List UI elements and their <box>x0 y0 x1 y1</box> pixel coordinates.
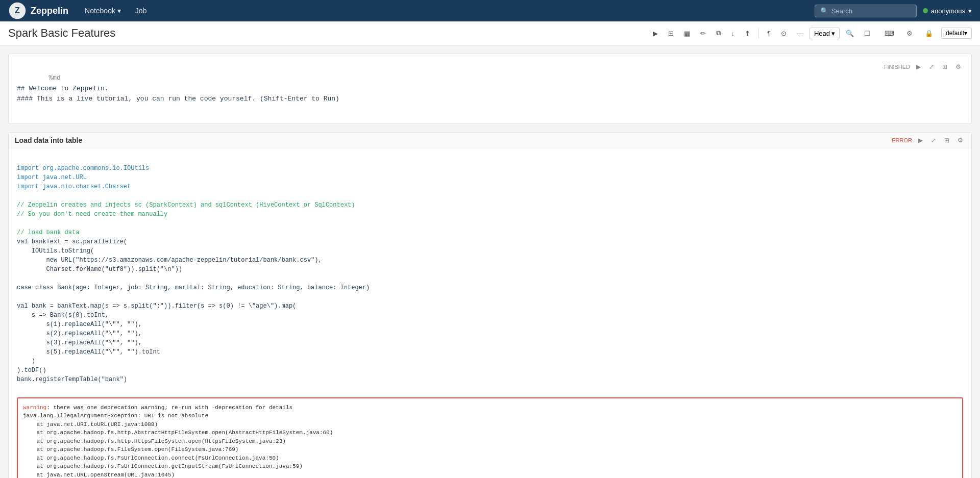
edit-button[interactable]: ✏ <box>696 28 710 39</box>
job-menu[interactable]: Job <box>129 4 153 18</box>
default-button[interactable]: default▾ <box>941 28 972 39</box>
main-content: %md ## Welcome to Zeppelin. #### This is… <box>0 45 980 478</box>
settings-button[interactable]: ⊙ <box>777 28 791 39</box>
download-button[interactable]: ↓ <box>727 28 739 39</box>
minus-button[interactable]: — <box>793 28 807 39</box>
intro-settings-btn[interactable]: ⚙ <box>953 62 963 71</box>
search-icon: 🔍 <box>820 7 828 15</box>
load-data-cell-title: Load data into table <box>15 136 82 144</box>
page-header-right: ⌨ ⚙ 🔒 default▾ <box>880 28 972 39</box>
intro-run-btn[interactable]: ▶ <box>914 62 923 71</box>
toolbar-separator <box>758 28 759 38</box>
search-box[interactable]: 🔍 <box>815 5 917 17</box>
notebook-toolbar: ▶ ⊞ ▦ ✏ ⧉ ↓ ⬆ ¶ ⊙ — Head ▾ 🔍 ☐ <box>649 27 874 39</box>
load-data-cell: Load data into table ERROR ▶ ⤢ ⊞ ⚙ impor… <box>8 132 972 478</box>
intro-split-btn[interactable]: ⊞ <box>940 62 949 71</box>
copy-button[interactable]: ⧉ <box>712 27 725 39</box>
table-button[interactable]: ▦ <box>680 28 694 39</box>
svg-text:Z: Z <box>15 6 20 15</box>
load-data-split-btn[interactable]: ⊞ <box>942 136 951 145</box>
intro-code: %md ## Welcome to Zeppelin. #### This is… <box>17 62 339 115</box>
brand-name: Zeppelin <box>31 6 68 16</box>
navbar-menu: Notebook ▾ Job <box>79 4 815 18</box>
load-data-run-btn[interactable]: ▶ <box>916 136 925 145</box>
intro-cell-status: FINISHED ▶ ⤢ ⊞ ⚙ <box>884 62 963 71</box>
brand[interactable]: Z Zeppelin <box>8 2 68 20</box>
export-button[interactable]: ⬆ <box>741 28 754 39</box>
username: anonymous <box>931 7 965 15</box>
paragraph-button[interactable]: ¶ <box>763 28 775 39</box>
head-button[interactable]: Head ▾ <box>810 28 840 39</box>
layout-button[interactable]: ⊞ <box>664 28 678 39</box>
intro-cell: %md ## Welcome to Zeppelin. #### This is… <box>8 54 972 124</box>
load-data-code: import org.apache.commons.io.IOUtils imp… <box>17 155 963 393</box>
notebook-menu[interactable]: Notebook ▾ <box>79 4 127 18</box>
load-data-expand-btn[interactable]: ⤢ <box>929 136 938 145</box>
load-data-cell-status: ERROR ▶ ⤢ ⊞ ⚙ <box>892 136 965 145</box>
load-data-cell-body: import org.apache.commons.io.IOUtils imp… <box>9 148 971 478</box>
zeppelin-logo-icon: Z <box>8 2 27 20</box>
page-title: Spark Basic Features <box>8 27 643 40</box>
error-output: warning: there was one deprecation warni… <box>17 397 963 478</box>
navbar: Z Zeppelin Notebook ▾ Job 🔍 anonymous ▾ <box>0 0 980 21</box>
intro-status-label: FINISHED <box>884 64 910 70</box>
navbar-right: 🔍 anonymous ▾ <box>815 5 972 17</box>
keyboard-button[interactable]: ⌨ <box>880 28 898 39</box>
load-data-status-label: ERROR <box>892 137 912 143</box>
user-info[interactable]: anonymous ▾ <box>923 7 972 15</box>
gear-button[interactable]: ⚙ <box>902 28 917 39</box>
page-header: Spark Basic Features ▶ ⊞ ▦ ✏ ⧉ ↓ ⬆ ¶ ⊙ —… <box>0 21 980 45</box>
head-chevron-icon: ▾ <box>831 30 835 37</box>
load-data-cell-header: Load data into table ERROR ▶ ⤢ ⊞ ⚙ <box>9 133 971 148</box>
search-input[interactable] <box>831 7 913 15</box>
search-paragraph-button[interactable]: 🔍 <box>842 28 858 39</box>
run-all-button[interactable]: ▶ <box>649 28 662 39</box>
head-label: Head <box>814 30 830 37</box>
load-data-settings-btn[interactable]: ⚙ <box>955 136 965 145</box>
lock-button[interactable]: 🔒 <box>921 28 937 39</box>
add-paragraph-button[interactable]: ☐ <box>860 28 874 39</box>
user-online-dot <box>923 8 928 13</box>
intro-expand-btn[interactable]: ⤢ <box>927 62 936 71</box>
user-chevron-icon: ▾ <box>968 7 972 15</box>
